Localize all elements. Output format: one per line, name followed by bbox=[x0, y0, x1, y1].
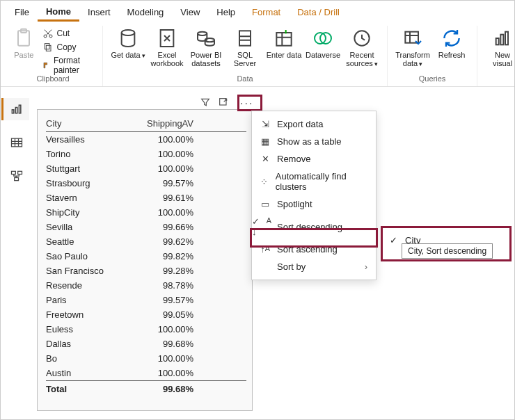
table-row[interactable]: Resende98.78% bbox=[46, 278, 246, 293]
table-row[interactable]: Paris99.57% bbox=[46, 293, 246, 307]
svg-rect-21 bbox=[12, 110, 14, 113]
tab-datadrill[interactable]: Data / Drill bbox=[289, 3, 348, 22]
tab-view[interactable]: View bbox=[172, 3, 208, 22]
table-row[interactable]: Torino100.00% bbox=[46, 147, 246, 161]
chart-icon bbox=[491, 27, 514, 49]
table-icon: ▦ bbox=[259, 136, 271, 147]
tab-home[interactable]: Home bbox=[38, 2, 79, 22]
powerbi-datasets-button[interactable]: Power BI datasets bbox=[187, 26, 225, 69]
cell-value: 98.78% bbox=[129, 280, 199, 291]
menu-export-data[interactable]: ⇲Export data bbox=[252, 115, 376, 133]
enter-data-button[interactable]: Enter data bbox=[264, 26, 303, 60]
table-row[interactable]: Seattle99.62% bbox=[46, 234, 246, 249]
table-row[interactable]: San Francisco99.28% bbox=[46, 264, 246, 278]
tab-help[interactable]: Help bbox=[208, 3, 244, 22]
menu-find-clusters[interactable]: ⁘Automatically find clusters bbox=[252, 168, 376, 195]
tab-insert[interactable]: Insert bbox=[79, 3, 119, 22]
svg-rect-4 bbox=[47, 45, 52, 51]
table-row[interactable]: Versailles100.00% bbox=[46, 132, 246, 147]
dataverse-button[interactable]: Dataverse bbox=[303, 26, 342, 60]
transform-data-button[interactable]: Transform data▾ bbox=[393, 26, 432, 70]
report-icon bbox=[10, 102, 24, 116]
recent-sources-button[interactable]: Recent sources▾ bbox=[342, 26, 381, 70]
transform-icon bbox=[402, 27, 424, 49]
svg-rect-17 bbox=[500, 35, 503, 45]
cell-value: 100.00% bbox=[129, 149, 199, 159]
clipboard-icon bbox=[13, 27, 35, 49]
data-view-button[interactable] bbox=[1, 131, 29, 154]
filter-button[interactable] bbox=[200, 97, 211, 110]
cell-value: 99.05% bbox=[129, 309, 199, 320]
table-row[interactable]: Sao Paulo99.82% bbox=[46, 249, 246, 264]
table-row[interactable]: Sevilla99.66% bbox=[46, 220, 246, 234]
tab-format[interactable]: Format bbox=[244, 3, 289, 22]
svg-rect-28 bbox=[220, 99, 226, 105]
table-row[interactable]: Strasbourg99.57% bbox=[46, 176, 246, 191]
cell-city: Dallas bbox=[46, 339, 129, 349]
cell-city: Austin bbox=[46, 368, 129, 378]
focus-mode-button[interactable] bbox=[218, 97, 229, 110]
spotlight-icon: ▭ bbox=[259, 199, 271, 209]
cell-value: 99.57% bbox=[129, 178, 199, 188]
table-row[interactable]: Austin100.00% bbox=[46, 366, 246, 380]
new-visual-button[interactable]: New visual bbox=[483, 26, 515, 69]
remove-icon: ✕ bbox=[259, 154, 271, 164]
menu-remove[interactable]: ✕Remove bbox=[252, 150, 376, 168]
ribbon: Paste Cut Copy Format painter Clipboard … bbox=[1, 23, 514, 87]
cell-city: Euless bbox=[46, 324, 129, 334]
model-view-button[interactable] bbox=[1, 165, 29, 187]
copy-button[interactable]: Copy bbox=[41, 41, 94, 54]
menubar: File Home Insert Modeling View Help Form… bbox=[1, 1, 514, 23]
cell-city: Sevilla bbox=[46, 222, 129, 232]
refresh-icon bbox=[441, 27, 463, 49]
excel-icon bbox=[156, 27, 178, 49]
table-row[interactable]: Bo100.00% bbox=[46, 351, 246, 366]
menu-spotlight[interactable]: ▭Spotlight bbox=[252, 195, 376, 213]
cell-city: Stavern bbox=[46, 193, 129, 203]
focus-icon bbox=[218, 97, 229, 108]
svg-rect-27 bbox=[14, 178, 18, 181]
group-insert: New visual AText box vi Insert bbox=[477, 26, 515, 86]
tab-file[interactable]: File bbox=[6, 3, 38, 22]
table-row[interactable]: Stavern99.61% bbox=[46, 191, 246, 205]
group-queries: Transform data▾ Refresh Queries bbox=[388, 26, 477, 86]
group-data: Get data▾ Excel workbook Power BI datase… bbox=[103, 26, 388, 86]
excel-button[interactable]: Excel workbook bbox=[148, 26, 187, 69]
highlight-ellipsis bbox=[237, 95, 262, 111]
refresh-button[interactable]: Refresh bbox=[432, 26, 471, 60]
table-row[interactable]: Euless100.00% bbox=[46, 322, 246, 337]
menu-sort-by[interactable]: Sort by› bbox=[252, 258, 376, 275]
chevron-right-icon: › bbox=[365, 261, 367, 272]
svg-rect-10 bbox=[239, 31, 251, 45]
sql-server-button[interactable]: SQL Server bbox=[225, 26, 264, 69]
svg-rect-22 bbox=[15, 108, 17, 113]
cut-button[interactable]: Cut bbox=[41, 27, 94, 40]
scissors-icon bbox=[42, 28, 54, 39]
menu-show-as-table[interactable]: ▦Show as a table bbox=[252, 133, 376, 150]
table-row[interactable]: ShipCity100.00% bbox=[46, 205, 246, 220]
table-row[interactable]: Freetown99.05% bbox=[46, 307, 246, 322]
paste-button[interactable]: Paste bbox=[9, 26, 38, 60]
total-value: 99.68% bbox=[129, 384, 199, 394]
table-visual[interactable]: City ShippingAV Versailles100.00%Torino1… bbox=[37, 109, 253, 411]
column-header-shipping[interactable]: ShippingAV bbox=[129, 118, 199, 129]
total-label: Total bbox=[46, 384, 129, 394]
enter-data-icon bbox=[273, 27, 295, 49]
table-row[interactable]: Dallas99.68% bbox=[46, 337, 246, 351]
database-icon bbox=[117, 27, 139, 49]
svg-rect-16 bbox=[496, 38, 499, 45]
menu-sort-ascending[interactable]: ↑ASort ascending bbox=[252, 241, 376, 258]
tab-modeling[interactable]: Modeling bbox=[119, 3, 173, 22]
column-header-city[interactable]: City bbox=[46, 118, 129, 129]
check-icon: ✓ bbox=[390, 235, 399, 245]
sortasc-icon: ↑A bbox=[259, 244, 271, 255]
group-label: Clipboard bbox=[36, 73, 69, 86]
svg-rect-5 bbox=[45, 44, 50, 49]
funnel-icon bbox=[200, 97, 211, 108]
group-label: Queries bbox=[419, 73, 446, 86]
get-data-button[interactable]: Get data▾ bbox=[109, 26, 148, 61]
menu-sort-descending[interactable]: ✓ ↓ASort descending bbox=[252, 213, 376, 241]
table-row[interactable]: Stuttgart100.00% bbox=[46, 161, 246, 176]
report-view-button[interactable] bbox=[1, 98, 29, 120]
clusters-icon: ⁘ bbox=[259, 177, 270, 187]
